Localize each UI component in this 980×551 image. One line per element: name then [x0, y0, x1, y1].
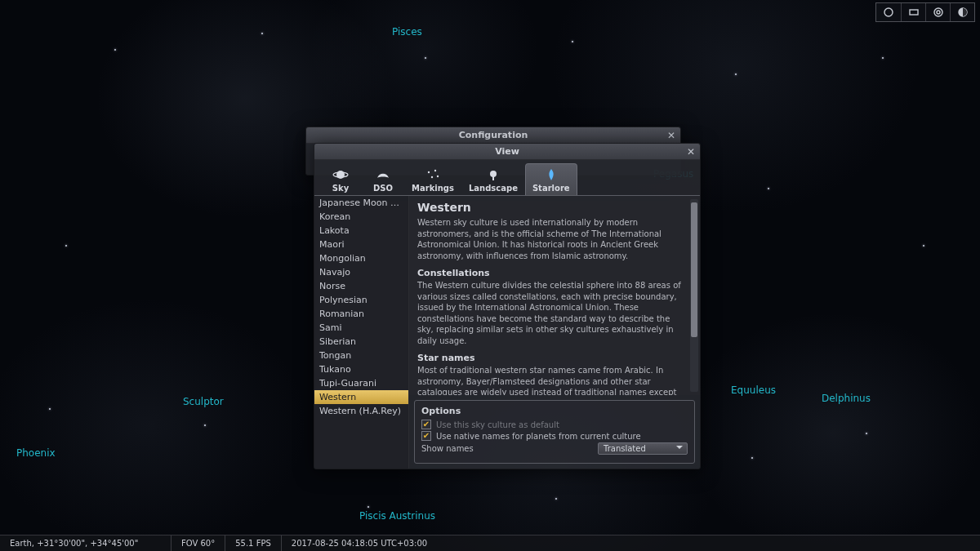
tab-landscape-label: Landscape	[469, 184, 518, 193]
culture-item[interactable]: Lakota	[314, 224, 408, 238]
label-use-default: Use this sky culture as default	[436, 420, 559, 429]
checkbox-use-default[interactable]: ✔	[421, 420, 431, 429]
stars-icon	[424, 167, 442, 182]
svg-point-2	[934, 8, 942, 16]
label-pisces: Pisces	[392, 26, 422, 38]
tab-dso-label: DSO	[373, 184, 393, 193]
view-tabs: Sky DSO Markings Landscape Starlore	[314, 160, 700, 195]
status-location: Earth, +31°30'00", +34°45'00"	[0, 535, 172, 551]
svg-point-7	[428, 171, 430, 173]
culture-item[interactable]: Western (H.A.Rey)	[314, 404, 408, 418]
tree-icon	[484, 167, 502, 182]
select-show-names[interactable]: Translated	[598, 442, 688, 455]
desc-intro: Western sky culture is used internationa…	[417, 217, 688, 261]
svg-point-8	[434, 170, 436, 171]
label-equuleus: Equuleus	[731, 384, 776, 396]
status-bar: Earth, +31°30'00", +34°45'00" FOV 60° 55…	[0, 535, 980, 551]
toolbar-btn-1[interactable]	[876, 3, 901, 21]
status-datetime: 2017-08-25 04:18:05 UTC+03:00	[282, 535, 437, 551]
desc-title: Western	[417, 201, 688, 214]
config-titlebar[interactable]: Configuration ✕	[306, 127, 680, 144]
sky-culture-list[interactable]: Japanese Moon Stati…KoreanLakotaMaoriMon…	[314, 196, 409, 469]
options-group: Options ✔ Use this sky culture as defaul…	[414, 400, 695, 464]
window-view: View ✕ Sky DSO Markings Landscape Starlo…	[314, 143, 701, 469]
tab-sky[interactable]: Sky	[319, 163, 362, 195]
tab-dso[interactable]: DSO	[362, 163, 404, 195]
culture-item[interactable]: Polynesian	[314, 293, 408, 307]
toolbar-btn-4[interactable]	[950, 3, 974, 21]
svg-point-10	[437, 176, 439, 177]
culture-item[interactable]: Maori	[314, 238, 408, 251]
label-native-names: Use native names for planets from curren…	[436, 432, 641, 441]
culture-item[interactable]: Mongolian	[314, 251, 408, 265]
culture-item[interactable]: Tukano	[314, 362, 408, 376]
config-title: Configuration	[459, 130, 528, 140]
svg-point-3	[937, 11, 940, 14]
culture-item[interactable]: Korean	[314, 210, 408, 224]
culture-item[interactable]: Tupi-Guarani	[314, 376, 408, 390]
toolbar-btn-2[interactable]	[901, 3, 925, 21]
tab-landscape[interactable]: Landscape	[461, 163, 525, 195]
label-phoenix: Phoenix	[16, 447, 56, 459]
culture-item[interactable]: Norse	[314, 279, 408, 293]
flame-icon	[542, 167, 560, 182]
planet-icon	[332, 167, 350, 182]
desc-p-const: The Western culture divides the celestia…	[417, 280, 688, 346]
culture-item[interactable]: Japanese Moon Stati…	[314, 196, 408, 210]
checkbox-native-names[interactable]: ✔	[421, 431, 431, 441]
tab-markings-label: Markings	[412, 184, 454, 193]
view-titlebar[interactable]: View ✕	[314, 144, 700, 160]
status-fps: 55.1 FPS	[225, 535, 282, 551]
view-close-icon[interactable]: ✕	[684, 145, 697, 158]
galaxy-icon	[374, 167, 392, 182]
toolbar-btn-3[interactable]	[925, 3, 950, 21]
culture-item[interactable]: Western	[314, 390, 408, 404]
desc-h-const: Constellations	[417, 268, 688, 278]
tab-sky-label: Sky	[332, 184, 349, 193]
desc-h-star: Star names	[417, 353, 688, 363]
svg-point-9	[431, 176, 433, 178]
desc-scrollbar[interactable]	[690, 199, 698, 392]
options-title: Options	[421, 406, 688, 416]
label-delphinus: Delphinus	[822, 393, 871, 404]
tab-starlore[interactable]: Starlore	[525, 163, 577, 195]
config-close-icon[interactable]: ✕	[665, 129, 678, 142]
culture-description[interactable]: Western Western sky culture is used inte…	[409, 196, 700, 395]
culture-item[interactable]: Siberian	[314, 335, 408, 349]
culture-item[interactable]: Sami	[314, 321, 408, 335]
culture-item[interactable]: Tongan	[314, 349, 408, 362]
svg-rect-1	[910, 10, 918, 15]
label-piscis-austrinus: Piscis Austrinus	[359, 510, 435, 522]
view-title: View	[495, 146, 519, 157]
status-fov: FOV 60°	[172, 535, 225, 551]
tab-markings[interactable]: Markings	[404, 163, 461, 195]
desc-p-star: Most of traditional western star names c…	[417, 365, 688, 395]
label-show-names: Show names	[421, 444, 474, 453]
tab-starlore-label: Starlore	[532, 184, 570, 193]
svg-point-12	[490, 171, 497, 177]
culture-item[interactable]: Navajo	[314, 265, 408, 279]
label-sculptor: Sculptor	[183, 396, 224, 407]
top-toolbar	[875, 2, 975, 22]
culture-item[interactable]: Romanian	[314, 307, 408, 321]
svg-point-0	[884, 8, 893, 16]
